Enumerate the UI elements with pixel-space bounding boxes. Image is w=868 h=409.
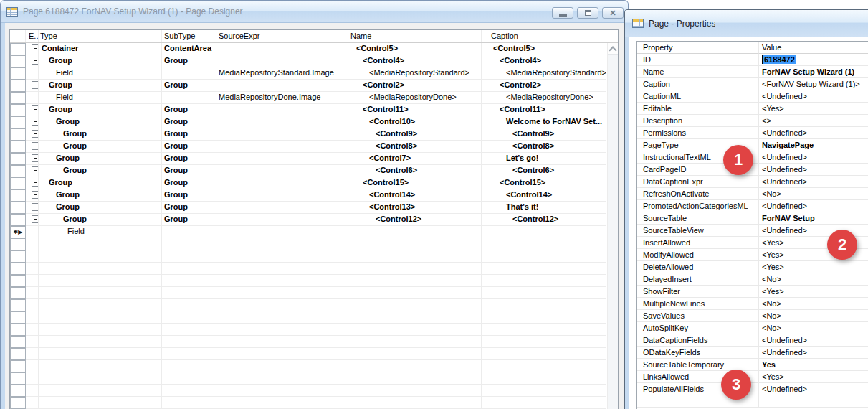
property-name[interactable]: DeleteAllowed <box>637 261 759 273</box>
property-value[interactable]: <Yes> <box>759 103 868 115</box>
cell-caption[interactable] <box>482 226 606 238</box>
property-value[interactable]: <> <box>759 115 868 127</box>
property-value[interactable]: 6188472 <box>759 54 868 66</box>
collapse-toggle-icon[interactable] <box>32 166 39 174</box>
property-name[interactable]: ID <box>637 54 759 66</box>
cell-caption[interactable]: That's it! <box>482 202 606 214</box>
cell-caption[interactable]: Let's go! <box>482 153 606 165</box>
cell-type[interactable]: Group <box>39 153 162 165</box>
cell-type[interactable]: Group <box>39 202 162 214</box>
cell-caption[interactable]: <MediaRepositoryDone> <box>482 92 606 104</box>
cell-type[interactable]: Group <box>39 141 162 153</box>
cell-name[interactable]: <Control7> <box>348 153 482 165</box>
row-selector[interactable] <box>10 275 26 287</box>
property-value[interactable]: <No> <box>759 310 868 322</box>
row-selector[interactable] <box>10 372 26 385</box>
property-value[interactable]: <No> <box>759 322 868 334</box>
property-value[interactable]: <Yes> <box>759 371 868 383</box>
column-header-sourceexpr[interactable]: SourceExpr <box>216 30 348 42</box>
row-selector[interactable] <box>10 299 26 311</box>
cell-type[interactable]: Field <box>39 226 162 238</box>
cell-name[interactable]: <Control14> <box>348 189 482 202</box>
cell-name[interactable]: <Control13> <box>348 202 482 214</box>
property-value[interactable]: <Undefined> <box>759 200 868 212</box>
property-name[interactable]: Description <box>637 115 759 127</box>
minimize-button[interactable] <box>552 7 573 19</box>
row-selector[interactable] <box>10 250 26 263</box>
row-selector[interactable] <box>10 104 26 116</box>
cell-type[interactable]: Field <box>39 92 162 104</box>
property-value[interactable]: <Undefined> <box>759 176 868 188</box>
property-value[interactable]: <Undefined> <box>759 90 868 103</box>
row-selector[interactable] <box>10 153 26 165</box>
cell-sourceexpr[interactable]: MediaRepositoryStandard.Image <box>216 67 348 80</box>
property-name[interactable]: DataCaptionFields <box>637 334 759 347</box>
cell-sourceexpr[interactable] <box>216 226 348 238</box>
row-selector[interactable] <box>10 116 26 128</box>
cell-sourceexpr[interactable] <box>216 141 348 153</box>
row-selector[interactable] <box>10 128 26 141</box>
collapse-toggle-icon[interactable] <box>32 179 39 187</box>
cell-type[interactable]: Group <box>39 165 162 177</box>
property-name[interactable]: Permissions <box>637 127 759 139</box>
collapse-toggle-icon[interactable] <box>32 142 39 150</box>
row-selector[interactable] <box>10 92 26 104</box>
cell-name[interactable] <box>348 226 482 238</box>
column-header-type[interactable]: Type <box>39 30 162 42</box>
property-name[interactable]: DelayedInsert <box>637 273 759 286</box>
property-value[interactable]: <Undefined> <box>759 127 868 139</box>
collapse-toggle-icon[interactable] <box>32 191 39 199</box>
row-selector[interactable] <box>10 311 26 324</box>
row-selector[interactable] <box>10 214 26 226</box>
column-header-expand[interactable]: E.. <box>26 30 39 42</box>
property-value[interactable]: <No> <box>759 298 868 310</box>
row-selector[interactable] <box>10 177 26 189</box>
cell-name[interactable]: <Control2> <box>348 80 482 92</box>
property-value[interactable]: <Yes> <box>759 286 868 298</box>
cell-subtype[interactable] <box>162 226 216 238</box>
cell-sourceexpr[interactable] <box>216 202 348 214</box>
cell-name[interactable]: <Control10> <box>348 116 482 128</box>
cell-sourceexpr[interactable] <box>216 43 348 55</box>
selected-value-input[interactable]: 6188472 <box>762 55 796 64</box>
cell-caption[interactable]: <Control12> <box>482 214 606 226</box>
row-selector[interactable] <box>10 189 26 202</box>
cell-sourceexpr[interactable] <box>216 177 348 189</box>
collapse-toggle-icon[interactable] <box>32 81 39 89</box>
cell-subtype[interactable]: Group <box>162 153 216 165</box>
cell-subtype[interactable]: ContentArea <box>162 43 216 55</box>
row-selector[interactable] <box>10 324 26 336</box>
cell-type[interactable]: Group <box>39 116 162 128</box>
property-name[interactable]: InsertAllowed <box>637 237 759 249</box>
row-selector[interactable] <box>10 348 26 360</box>
cell-name[interactable]: <Control11> <box>348 104 482 116</box>
row-selector[interactable] <box>10 385 26 397</box>
scroll-up-button[interactable] <box>608 43 618 55</box>
property-name[interactable]: AutoSplitKey <box>637 322 759 334</box>
cell-subtype[interactable] <box>162 92 216 104</box>
collapse-toggle-icon[interactable] <box>32 118 39 126</box>
collapse-toggle-icon[interactable] <box>32 203 39 211</box>
cell-caption[interactable]: <Control6> <box>482 165 606 177</box>
cell-caption[interactable]: <Control9> <box>482 128 606 141</box>
cell-type[interactable]: Group <box>39 214 162 226</box>
property-value[interactable]: <Undefined> <box>759 334 868 347</box>
cell-name[interactable]: <Control4> <box>348 55 482 67</box>
property-value[interactable]: ForNAV Setup <box>759 212 868 225</box>
property-name[interactable]: DataCaptionExpr <box>637 176 759 188</box>
column-header-caption[interactable]: Caption <box>482 30 606 42</box>
cell-type[interactable]: Group <box>39 104 162 116</box>
cell-sourceexpr[interactable] <box>216 189 348 202</box>
cell-subtype[interactable]: Group <box>162 80 216 92</box>
collapse-toggle-icon[interactable] <box>32 154 39 162</box>
collapse-toggle-icon[interactable] <box>32 57 39 65</box>
property-value[interactable]: <Undefined> <box>759 164 868 176</box>
cell-name[interactable]: <Control6> <box>348 165 482 177</box>
property-name[interactable]: Caption <box>637 78 759 90</box>
row-selector[interactable] <box>10 165 26 177</box>
cell-subtype[interactable]: Group <box>162 177 216 189</box>
cell-name[interactable]: <MediaRepositoryDone> <box>348 92 482 104</box>
cell-sourceexpr[interactable] <box>216 128 348 141</box>
cell-subtype[interactable]: Group <box>162 214 216 226</box>
property-value[interactable]: <No> <box>759 188 868 200</box>
